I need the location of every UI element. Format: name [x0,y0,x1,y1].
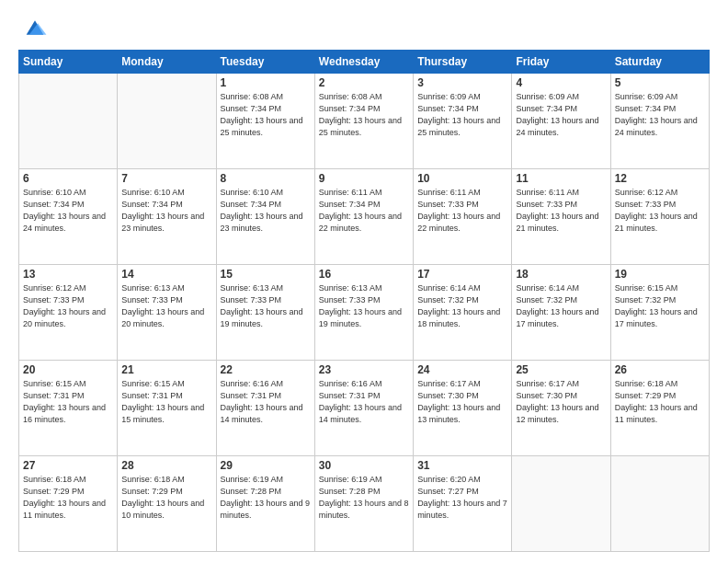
weekday-header: Friday [512,51,610,74]
header [18,15,710,40]
weekday-header: Saturday [610,51,709,74]
calendar-cell: 26Sunrise: 6:18 AM Sunset: 7:29 PM Dayli… [610,361,709,456]
weekday-header: Sunday [19,51,118,74]
calendar-cell: 10Sunrise: 6:11 AM Sunset: 7:33 PM Dayli… [414,169,512,265]
day-number: 20 [23,363,113,376]
calendar-cell: 18Sunrise: 6:14 AM Sunset: 7:32 PM Dayli… [512,265,610,361]
day-info: Sunrise: 6:10 AM Sunset: 7:34 PM Dayligh… [23,187,113,235]
day-info: Sunrise: 6:12 AM Sunset: 7:33 PM Dayligh… [23,282,113,330]
day-info: Sunrise: 6:15 AM Sunset: 7:32 PM Dayligh… [615,282,705,330]
day-number: 10 [417,172,507,185]
day-number: 25 [516,363,606,376]
day-number: 21 [121,363,211,376]
calendar-cell: 7Sunrise: 6:10 AM Sunset: 7:34 PM Daylig… [118,169,216,265]
day-number: 2 [319,76,409,89]
day-number: 3 [417,76,507,89]
calendar-cell [610,456,709,552]
day-number: 28 [121,459,211,472]
calendar-cell: 23Sunrise: 6:16 AM Sunset: 7:31 PM Dayli… [314,361,413,456]
day-number: 29 [221,459,311,472]
calendar-cell: 17Sunrise: 6:14 AM Sunset: 7:32 PM Dayli… [414,265,512,361]
day-info: Sunrise: 6:08 AM Sunset: 7:34 PM Dayligh… [221,91,311,139]
day-info: Sunrise: 6:14 AM Sunset: 7:32 PM Dayligh… [417,282,507,330]
calendar-cell: 15Sunrise: 6:13 AM Sunset: 7:33 PM Dayli… [216,265,314,361]
day-info: Sunrise: 6:13 AM Sunset: 7:33 PM Dayligh… [319,282,409,330]
day-info: Sunrise: 6:10 AM Sunset: 7:34 PM Dayligh… [121,187,211,235]
calendar-week-row: 1Sunrise: 6:08 AM Sunset: 7:34 PM Daylig… [19,74,710,169]
day-number: 12 [615,172,705,185]
calendar-cell: 19Sunrise: 6:15 AM Sunset: 7:32 PM Dayli… [610,265,709,361]
day-info: Sunrise: 6:13 AM Sunset: 7:33 PM Dayligh… [121,282,211,330]
calendar-cell: 9Sunrise: 6:11 AM Sunset: 7:34 PM Daylig… [314,169,413,265]
day-number: 18 [516,268,606,281]
weekday-header: Thursday [414,51,512,74]
calendar-cell: 6Sunrise: 6:10 AM Sunset: 7:34 PM Daylig… [19,169,118,265]
day-info: Sunrise: 6:14 AM Sunset: 7:32 PM Dayligh… [516,282,606,330]
day-number: 31 [417,459,507,472]
calendar-cell: 27Sunrise: 6:18 AM Sunset: 7:29 PM Dayli… [19,456,118,552]
day-number: 6 [23,172,113,185]
day-info: Sunrise: 6:18 AM Sunset: 7:29 PM Dayligh… [23,474,113,522]
day-number: 24 [417,363,507,376]
day-info: Sunrise: 6:09 AM Sunset: 7:34 PM Dayligh… [417,91,507,139]
day-info: Sunrise: 6:11 AM Sunset: 7:33 PM Dayligh… [417,187,507,235]
day-number: 5 [615,76,705,89]
calendar-cell [512,456,610,552]
day-info: Sunrise: 6:18 AM Sunset: 7:29 PM Dayligh… [121,474,211,522]
day-number: 16 [319,268,409,281]
weekday-header: Monday [118,51,216,74]
day-info: Sunrise: 6:13 AM Sunset: 7:33 PM Dayligh… [221,282,311,330]
calendar-cell: 4Sunrise: 6:09 AM Sunset: 7:34 PM Daylig… [512,74,610,169]
calendar-cell [19,74,118,169]
calendar-cell: 29Sunrise: 6:19 AM Sunset: 7:28 PM Dayli… [216,456,314,552]
calendar-cell: 8Sunrise: 6:10 AM Sunset: 7:34 PM Daylig… [216,169,314,265]
calendar-cell: 3Sunrise: 6:09 AM Sunset: 7:34 PM Daylig… [414,74,512,169]
calendar-cell: 14Sunrise: 6:13 AM Sunset: 7:33 PM Dayli… [118,265,216,361]
page: SundayMondayTuesdayWednesdayThursdayFrid… [0,0,728,563]
day-number: 14 [121,268,211,281]
day-info: Sunrise: 6:11 AM Sunset: 7:33 PM Dayligh… [516,187,606,235]
calendar-cell: 30Sunrise: 6:19 AM Sunset: 7:28 PM Dayli… [314,456,413,552]
calendar-cell: 2Sunrise: 6:08 AM Sunset: 7:34 PM Daylig… [314,74,413,169]
logo [18,15,48,40]
day-number: 8 [221,172,311,185]
day-number: 26 [615,363,705,376]
day-number: 22 [221,363,311,376]
day-number: 11 [516,172,606,185]
calendar-week-row: 6Sunrise: 6:10 AM Sunset: 7:34 PM Daylig… [19,169,710,265]
calendar-week-row: 20Sunrise: 6:15 AM Sunset: 7:31 PM Dayli… [19,361,710,456]
day-number: 15 [221,268,311,281]
day-info: Sunrise: 6:16 AM Sunset: 7:31 PM Dayligh… [221,378,311,426]
day-number: 9 [319,172,409,185]
day-info: Sunrise: 6:17 AM Sunset: 7:30 PM Dayligh… [417,378,507,426]
day-number: 19 [615,268,705,281]
calendar-cell: 20Sunrise: 6:15 AM Sunset: 7:31 PM Dayli… [19,361,118,456]
logo-icon [22,15,48,40]
calendar-cell: 5Sunrise: 6:09 AM Sunset: 7:34 PM Daylig… [610,74,709,169]
calendar-cell: 25Sunrise: 6:17 AM Sunset: 7:30 PM Dayli… [512,361,610,456]
calendar-cell: 28Sunrise: 6:18 AM Sunset: 7:29 PM Dayli… [118,456,216,552]
calendar-cell: 31Sunrise: 6:20 AM Sunset: 7:27 PM Dayli… [414,456,512,552]
day-number: 30 [319,459,409,472]
day-info: Sunrise: 6:18 AM Sunset: 7:29 PM Dayligh… [615,378,705,426]
calendar-header-row: SundayMondayTuesdayWednesdayThursdayFrid… [19,51,710,74]
day-info: Sunrise: 6:19 AM Sunset: 7:28 PM Dayligh… [319,474,409,522]
day-info: Sunrise: 6:11 AM Sunset: 7:34 PM Dayligh… [319,187,409,235]
day-info: Sunrise: 6:17 AM Sunset: 7:30 PM Dayligh… [516,378,606,426]
day-number: 7 [121,172,211,185]
day-number: 4 [516,76,606,89]
weekday-header: Wednesday [314,51,413,74]
day-number: 17 [417,268,507,281]
day-info: Sunrise: 6:09 AM Sunset: 7:34 PM Dayligh… [615,91,705,139]
weekday-header: Tuesday [216,51,314,74]
day-number: 13 [23,268,113,281]
calendar-cell: 21Sunrise: 6:15 AM Sunset: 7:31 PM Dayli… [118,361,216,456]
day-number: 27 [23,459,113,472]
calendar-cell: 16Sunrise: 6:13 AM Sunset: 7:33 PM Dayli… [314,265,413,361]
calendar-table: SundayMondayTuesdayWednesdayThursdayFrid… [18,50,710,552]
calendar-cell: 22Sunrise: 6:16 AM Sunset: 7:31 PM Dayli… [216,361,314,456]
day-info: Sunrise: 6:15 AM Sunset: 7:31 PM Dayligh… [121,378,211,426]
calendar-cell: 24Sunrise: 6:17 AM Sunset: 7:30 PM Dayli… [414,361,512,456]
day-info: Sunrise: 6:10 AM Sunset: 7:34 PM Dayligh… [221,187,311,235]
day-number: 23 [319,363,409,376]
